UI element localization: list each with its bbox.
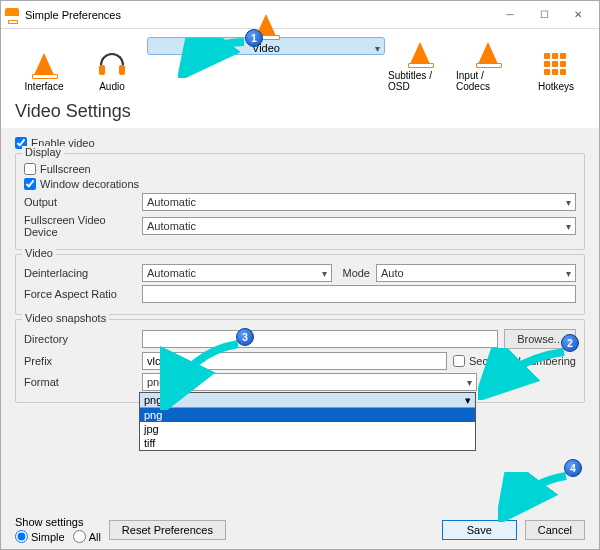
callout-4: 4 [564,459,582,477]
callout-1: 1 [245,29,263,47]
dropdown-option-png[interactable]: png [140,408,475,422]
format-label: Format [24,376,136,388]
arrow-1 [178,38,250,78]
enable-video-checkbox[interactable]: Enable video [15,137,585,149]
window-decorations-checkbox[interactable]: Window decorations [24,178,576,190]
arrow-2 [478,348,570,400]
cone-icon [34,53,54,75]
category-toolbar: Interface Audio Video Subtitles / OSD In… [1,29,599,99]
fullscreen-checkbox[interactable]: Fullscreen [24,163,576,175]
cone-icon [410,42,430,64]
minimize-button[interactable]: ─ [493,4,527,26]
page-title: Video Settings [1,99,599,128]
aspect-ratio-input[interactable] [142,285,576,303]
cancel-button[interactable]: Cancel [525,520,585,540]
fsdevice-label: Fullscreen Video Device [24,214,136,238]
mode-label: Mode [338,267,370,279]
fsdevice-select[interactable]: Automatic [142,217,576,235]
arrow-4 [498,472,572,522]
callout-2: 2 [561,334,579,352]
radio-simple[interactable]: Simple [15,530,65,543]
settings-body: Enable video Display Fullscreen Window d… [1,128,599,510]
tab-hotkeys[interactable]: Hotkeys [523,37,589,95]
save-button[interactable]: Save [442,520,517,540]
directory-label: Directory [24,333,136,345]
reset-button[interactable]: Reset Preferences [109,520,226,540]
maximize-button[interactable]: ☐ [527,4,561,26]
arrow-3 [160,340,244,410]
cone-icon [478,42,498,64]
tab-audio[interactable]: Audio [79,37,145,95]
radio-all[interactable]: All [73,530,101,543]
output-select[interactable]: Automatic [142,193,576,211]
deinterlacing-label: Deinterlacing [24,267,136,279]
group-video: Video Deinterlacing Automatic Mode Auto … [15,254,585,315]
close-button[interactable]: ✕ [561,4,595,26]
output-label: Output [24,196,136,208]
prefix-label: Prefix [24,355,136,367]
mode-select[interactable]: Auto [376,264,576,282]
callout-3: 3 [236,328,254,346]
tab-subtitles[interactable]: Subtitles / OSD [387,37,453,95]
dropdown-option-jpg[interactable]: jpg [140,422,475,436]
aspect-ratio-label: Force Aspect Ratio [24,288,136,300]
titlebar: Simple Preferences ─ ☐ ✕ [1,1,599,29]
tab-interface[interactable]: Interface [11,37,77,95]
group-display: Display Fullscreen Window decorations Ou… [15,153,585,250]
dropdown-option-tiff[interactable]: tiff [140,436,475,450]
show-settings-label: Show settings [15,516,101,528]
tab-input-codecs[interactable]: Input / Codecs [455,37,521,95]
deinterlacing-select[interactable]: Automatic [142,264,332,282]
headphones-icon [100,53,124,75]
app-icon [5,8,19,22]
hotkeys-icon [544,53,568,75]
